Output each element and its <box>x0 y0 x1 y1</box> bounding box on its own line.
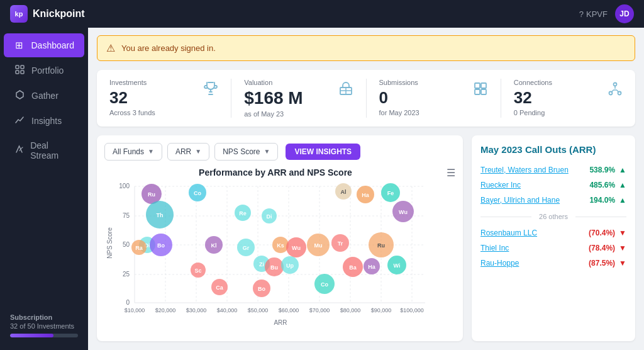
chevron-down-icon: ▼ <box>264 148 270 155</box>
callout-pct-3: 194.0% <box>589 196 615 205</box>
svg-text:$10,000: $10,000 <box>125 307 145 313</box>
svg-text:Kl: Kl <box>211 242 217 249</box>
stat-connections-label: Connections <box>514 79 552 86</box>
fund-filter[interactable]: All Funds ▼ <box>104 143 162 161</box>
subscription-count: 32 of 50 Investments <box>10 322 78 330</box>
svg-text:Ks: Ks <box>277 242 284 249</box>
chart-area: All Funds ▼ ARR ▼ NPS Score ▼ VIEW INSIG… <box>97 135 463 341</box>
score-filter[interactable]: NPS Score ▼ <box>214 143 278 161</box>
svg-text:Sc: Sc <box>194 268 201 274</box>
up-arrow-icon: ▲ <box>619 166 626 174</box>
trophy-icon <box>203 81 218 100</box>
callout-name-neg-3[interactable]: Rau-Hoppe <box>480 259 589 268</box>
bottom-section: All Funds ▼ ARR ▼ NPS Score ▼ VIEW INSIG… <box>97 135 635 341</box>
svg-text:$100,000: $100,000 <box>400 307 424 313</box>
svg-text:Ha: Ha <box>362 192 369 198</box>
svg-text:Co: Co <box>321 281 328 288</box>
up-arrow-icon: ▲ <box>619 181 626 189</box>
stat-submissions-sub: for May 2023 <box>379 109 419 116</box>
svg-text:Bo: Bo <box>258 286 265 292</box>
callout-item: Thiel Inc (78.4%) ▼ <box>480 240 626 256</box>
grid-icon <box>473 81 488 99</box>
stat-valuation-label: Valuation <box>244 79 303 86</box>
svg-text:Mu: Mu <box>314 242 323 249</box>
sidebar-subscription: Subscription 32 of 50 Investments <box>0 306 88 345</box>
subscription-progress-fill <box>10 334 53 337</box>
svg-text:NPS Score: NPS Score <box>106 227 113 259</box>
dealstream-icon <box>14 145 24 156</box>
alert-text: You are already signed in. <box>121 43 216 53</box>
svg-rect-9 <box>475 89 480 94</box>
nav-brand: kp Knickpoint <box>10 5 85 23</box>
stat-investments-value: 32 <box>109 89 155 107</box>
svg-text:75: 75 <box>123 212 130 219</box>
svg-text:Gr: Gr <box>243 245 250 251</box>
svg-text:Al: Al <box>341 189 347 195</box>
alert-banner: ⚠ You are already signed in. <box>97 35 635 61</box>
nav-right: ?KPVF JD <box>579 4 634 23</box>
svg-text:Fe: Fe <box>387 190 394 196</box>
svg-text:Wu: Wu <box>292 245 301 251</box>
svg-text:Th: Th <box>157 212 164 218</box>
avatar[interactable]: JD <box>615 4 634 23</box>
callout-name-2[interactable]: Ruecker Inc <box>480 181 589 189</box>
subscription-label: Subscription <box>10 313 78 321</box>
gather-icon <box>14 90 25 101</box>
svg-text:Wi: Wi <box>394 262 401 269</box>
callout-name-neg-2[interactable]: Thiel Inc <box>480 244 589 252</box>
sidebar-item-insights[interactable]: Insights <box>4 109 84 133</box>
chevron-down-icon: ▼ <box>148 148 154 155</box>
svg-text:Ca: Ca <box>216 285 223 291</box>
sidebar: ⊞ Dashboard Portfolio Gather Insights <box>0 28 88 350</box>
sidebar-item-dealstream[interactable]: Deal Stream <box>4 134 84 167</box>
view-insights-button[interactable]: VIEW INSIGHTS <box>286 144 360 160</box>
svg-rect-8 <box>481 83 486 88</box>
right-panel: May 2023 Call Outs (ARR) Treutel, Waters… <box>472 135 635 341</box>
svg-text:0: 0 <box>126 299 130 306</box>
svg-text:$60,000: $60,000 <box>279 307 299 313</box>
svg-text:Tr: Tr <box>338 240 343 247</box>
content-area: ⚠ You are already signed in. Investments… <box>88 28 644 350</box>
down-arrow-icon: ▼ <box>619 259 626 268</box>
building-icon <box>338 81 353 99</box>
callout-pct-neg-2: (78.4%) <box>589 244 615 252</box>
svg-rect-10 <box>481 89 486 94</box>
svg-text:100: 100 <box>119 183 130 189</box>
stat-valuation-sub: as of May 23 <box>244 110 303 118</box>
scatter-chart: 100 75 50 25 0 NPS Score $10,000 $20,000… <box>104 180 431 331</box>
sidebar-item-gather[interactable]: Gather <box>4 84 84 108</box>
svg-text:Ba: Ba <box>349 264 357 271</box>
svg-text:Ru: Ru <box>377 242 385 249</box>
svg-text:Re: Re <box>239 210 247 217</box>
callout-name-3[interactable]: Bayer, Ullrich and Hane <box>480 196 589 205</box>
callout-item: Bayer, Ullrich and Hane 194.0% ▲ <box>480 193 626 208</box>
dashboard-icon: ⊞ <box>14 40 25 51</box>
sidebar-item-portfolio[interactable]: Portfolio <box>4 59 84 82</box>
callout-name-neg-1[interactable]: Rosenbaum LLC <box>480 229 589 237</box>
svg-text:25: 25 <box>123 271 130 278</box>
svg-rect-2 <box>16 71 19 74</box>
down-arrow-icon: ▼ <box>619 229 626 237</box>
subscription-progress-bar <box>10 334 78 337</box>
callout-pct-neg-3: (87.5%) <box>589 259 615 268</box>
callout-pct-neg-1: (70.4%) <box>589 229 615 237</box>
callout-item: Rau-Hoppe (87.5%) ▼ <box>480 256 626 271</box>
nav-help-label: ?KPVF <box>579 9 608 19</box>
callout-item: Treutel, Waters and Bruen 538.9% ▲ <box>480 162 626 178</box>
callout-pct-1: 538.9% <box>589 166 615 174</box>
callout-name-1[interactable]: Treutel, Waters and Bruen <box>480 166 589 174</box>
svg-rect-3 <box>21 71 24 74</box>
network-icon <box>608 81 623 99</box>
main-layout: ⊞ Dashboard Portfolio Gather Insights <box>0 28 644 350</box>
callout-item: Rosenbaum LLC (70.4%) ▼ <box>480 225 626 240</box>
svg-text:Ha: Ha <box>368 264 375 270</box>
insights-icon <box>14 115 25 127</box>
stat-submissions-label: Submissions <box>379 79 419 86</box>
alert-icon: ⚠ <box>106 42 115 54</box>
svg-text:Co: Co <box>194 190 201 196</box>
metric-filter[interactable]: ARR ▼ <box>167 143 209 161</box>
callout-item: Ruecker Inc 485.6% ▲ <box>480 178 626 193</box>
sidebar-item-dashboard[interactable]: ⊞ Dashboard <box>4 33 84 57</box>
chart-menu-icon[interactable]: ☰ <box>447 167 455 179</box>
down-arrow-icon: ▼ <box>619 244 626 252</box>
